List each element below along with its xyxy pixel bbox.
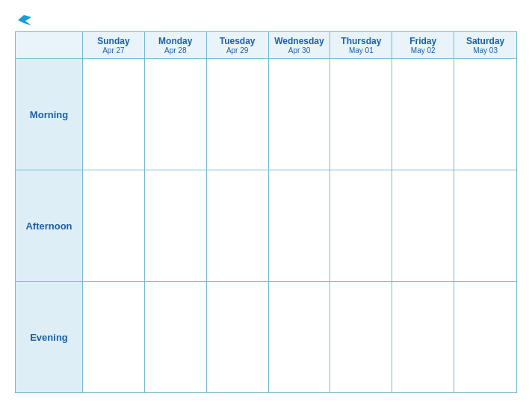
cell-evening-monday[interactable] (145, 282, 207, 392)
cell-afternoon-wednesday[interactable] (269, 170, 331, 281)
day-date-wednesday: Apr 30 (272, 46, 327, 55)
day-name-wednesday: Wednesday (272, 36, 327, 46)
svg-marker-0 (18, 15, 31, 25)
day-date-tuesday: Apr 29 (210, 46, 265, 55)
cell-morning-saturday[interactable] (454, 59, 516, 170)
header-day-tuesday: Tuesday Apr 29 (207, 32, 269, 58)
cell-morning-monday[interactable] (145, 59, 207, 170)
header-day-friday: Friday May 02 (392, 32, 454, 58)
day-date-saturday: May 03 (457, 46, 513, 55)
day-date-thursday: May 01 (333, 46, 389, 55)
header-label-cell (16, 32, 83, 58)
header-day-saturday: Saturday May 03 (454, 32, 516, 58)
day-date-sunday: Apr 27 (86, 46, 141, 55)
header-day-monday: Monday Apr 28 (145, 32, 207, 58)
row-label-text-afternoon: Afternoon (25, 220, 72, 232)
cell-afternoon-sunday[interactable] (83, 170, 145, 281)
header-day-sunday: Sunday Apr 27 (83, 32, 145, 58)
header (15, 15, 517, 25)
cell-morning-wednesday[interactable] (269, 59, 331, 170)
day-name-friday: Friday (395, 36, 451, 46)
calendar-body: MorningAfternoonEvening (16, 59, 516, 392)
cell-evening-thursday[interactable] (330, 282, 392, 392)
logo-text (15, 15, 31, 25)
day-name-saturday: Saturday (457, 36, 513, 46)
day-name-sunday: Sunday (86, 36, 141, 46)
row-label-morning: Morning (16, 59, 83, 170)
day-date-friday: May 02 (395, 46, 451, 55)
cell-morning-tuesday[interactable] (207, 59, 269, 170)
cell-afternoon-thursday[interactable] (330, 170, 392, 281)
row-label-evening: Evening (16, 282, 83, 392)
logo-area (15, 15, 31, 25)
row-label-text-evening: Evening (30, 332, 68, 343)
cell-morning-friday[interactable] (392, 59, 454, 170)
cell-morning-thursday[interactable] (330, 59, 392, 170)
cell-evening-saturday[interactable] (454, 282, 516, 392)
calendar: Sunday Apr 27 Monday Apr 28 Tuesday Apr … (15, 31, 517, 393)
page: Sunday Apr 27 Monday Apr 28 Tuesday Apr … (4, 7, 528, 404)
header-day-thursday: Thursday May 01 (330, 32, 392, 58)
day-name-monday: Monday (148, 36, 203, 46)
cell-afternoon-tuesday[interactable] (207, 170, 269, 281)
logo-bird-icon (18, 15, 31, 25)
row-label-text-morning: Morning (30, 109, 68, 120)
calendar-header-row: Sunday Apr 27 Monday Apr 28 Tuesday Apr … (16, 32, 516, 59)
header-day-wednesday: Wednesday Apr 30 (269, 32, 331, 58)
cell-evening-tuesday[interactable] (207, 282, 269, 392)
day-date-monday: Apr 28 (148, 46, 203, 55)
cell-evening-wednesday[interactable] (269, 282, 331, 392)
cell-afternoon-friday[interactable] (392, 170, 454, 281)
cell-afternoon-monday[interactable] (145, 170, 207, 281)
row-afternoon: Afternoon (16, 170, 516, 282)
day-name-thursday: Thursday (333, 36, 389, 46)
day-name-tuesday: Tuesday (210, 36, 265, 46)
cell-evening-sunday[interactable] (83, 282, 145, 392)
cell-morning-sunday[interactable] (83, 59, 145, 170)
row-label-afternoon: Afternoon (16, 170, 83, 281)
cell-afternoon-saturday[interactable] (454, 170, 516, 281)
row-morning: Morning (16, 59, 516, 170)
cell-evening-friday[interactable] (392, 282, 454, 392)
row-evening: Evening (16, 282, 516, 392)
